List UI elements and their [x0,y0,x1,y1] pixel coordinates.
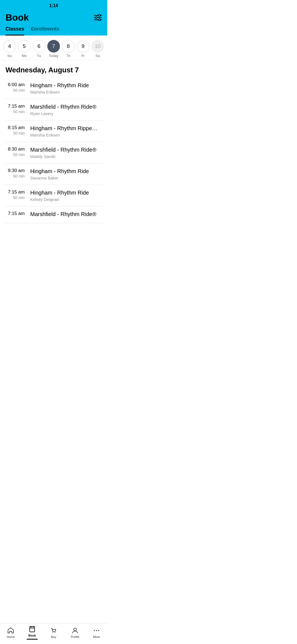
day-number-10: 10 [91,40,104,53]
svg-point-1 [99,15,100,16]
calendar-strip: 4 Su 5 Mo 6 Tu 7 Today 8 Th 9 Fr 10 Sa [0,36,107,60]
class-time: 7:15 am 50 min [6,189,30,200]
page-title: Book [6,12,29,23]
class-item[interactable]: 9:30 am 60 min Hingham - Rhythm Ride Sav… [4,163,103,185]
class-time: 7:15 am 50 min [6,103,30,114]
day-label-5: Mo [22,54,27,58]
day-9[interactable]: 9 Fr [77,40,89,58]
day-number-4: 4 [3,40,16,53]
day-number-5: 5 [18,40,31,53]
header: Book [0,10,107,23]
date-heading: Wednesday, August 7 [0,60,107,78]
day-label-7: Today [49,54,59,58]
day-4[interactable]: 4 Su [3,40,16,58]
day-10[interactable]: 10 Sa [91,40,104,58]
svg-point-5 [99,19,100,21]
day-7[interactable]: 7 Today [47,40,60,58]
day-label-4: Su [7,54,12,58]
class-time: 8:15 am 50 min [6,125,30,135]
tab-bar: Classes Enrollments [0,23,107,36]
filter-button[interactable] [94,14,102,21]
class-time: 7:15 am [6,211,30,217]
class-item[interactable]: 7:15 am 50 min Hingham - Rhythm Ride Kel… [4,185,103,206]
svg-point-3 [95,17,97,18]
day-label-8: Th [66,54,70,58]
day-5[interactable]: 5 Mo [18,40,31,58]
class-item[interactable]: 7:15 am 50 min Marshfield - Rhythm Ride®… [4,99,103,121]
day-6[interactable]: 6 Tu [33,40,45,58]
class-item[interactable]: 8:15 am 50 min Hingham - Rhythm Rippe… M… [4,121,103,142]
class-time: 6:00 am 50 min [6,82,30,92]
day-label-10: Sa [95,54,100,58]
tab-enrollments[interactable]: Enrollments [31,26,59,36]
day-number-8: 8 [62,40,75,53]
day-label-6: Tu [37,54,41,58]
class-time: 8:30 am 50 min [6,146,30,157]
day-number-6: 6 [33,40,45,53]
class-item[interactable]: 7:15 am Marshfield - Rhythm Ride® [4,206,103,223]
class-list: 6:00 am 50 min Hingham - Rhythm Ride Mar… [0,78,107,223]
day-label-9: Fr [81,54,85,58]
class-item[interactable]: 6:00 am 50 min Hingham - Rhythm Ride Mar… [4,78,103,99]
day-8[interactable]: 8 Th [62,40,75,58]
status-bar: 1:14 [0,0,107,10]
status-time: 1:14 [49,3,58,8]
class-item[interactable]: 8:30 am 50 min Marshfield - Rhythm Ride®… [4,142,103,163]
day-number-7: 7 [47,40,60,53]
tab-classes[interactable]: Classes [6,26,24,36]
day-number-9: 9 [77,40,89,53]
class-time: 9:30 am 60 min [6,168,30,178]
